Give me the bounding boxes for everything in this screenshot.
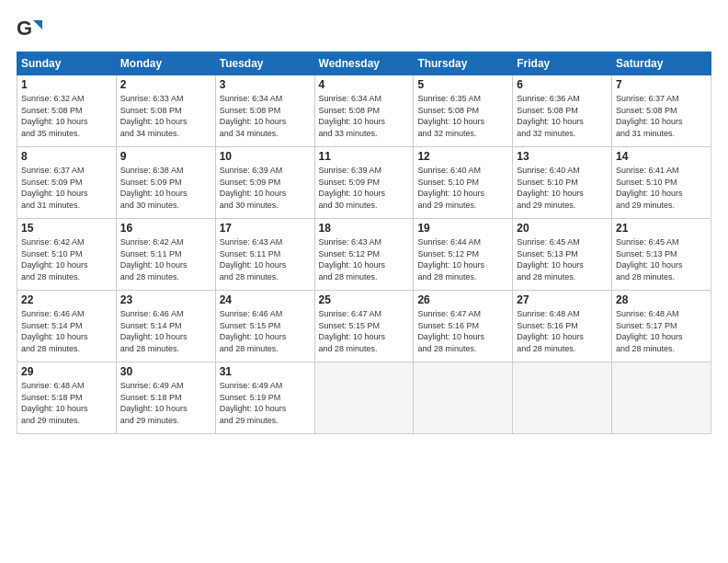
day-info: Sunrise: 6:48 AM Sunset: 5:16 PM Dayligh…: [517, 308, 608, 354]
day-info: Sunrise: 6:46 AM Sunset: 5:15 PM Dayligh…: [220, 308, 311, 354]
day-cell: 2Sunrise: 6:33 AM Sunset: 5:08 PM Daylig…: [116, 75, 215, 147]
day-cell: 17Sunrise: 6:43 AM Sunset: 5:11 PM Dayli…: [215, 219, 314, 291]
week-row-2: 8Sunrise: 6:37 AM Sunset: 5:09 PM Daylig…: [17, 147, 711, 219]
day-cell: 24Sunrise: 6:46 AM Sunset: 5:15 PM Dayli…: [215, 291, 314, 362]
day-number: 24: [220, 293, 311, 306]
day-cell: 23Sunrise: 6:46 AM Sunset: 5:14 PM Dayli…: [116, 291, 215, 362]
week-row-4: 22Sunrise: 6:46 AM Sunset: 5:14 PM Dayli…: [17, 291, 711, 362]
day-cell: 31Sunrise: 6:49 AM Sunset: 5:19 PM Dayli…: [215, 362, 314, 434]
day-cell: 18Sunrise: 6:43 AM Sunset: 5:12 PM Dayli…: [314, 219, 414, 291]
day-cell: 15Sunrise: 6:42 AM Sunset: 5:10 PM Dayli…: [17, 219, 117, 291]
day-info: Sunrise: 6:37 AM Sunset: 5:09 PM Dayligh…: [21, 165, 112, 211]
day-number: 29: [21, 365, 112, 378]
day-number: 13: [517, 150, 608, 163]
day-cell: 13Sunrise: 6:40 AM Sunset: 5:10 PM Dayli…: [513, 147, 612, 219]
day-info: Sunrise: 6:49 AM Sunset: 5:19 PM Dayligh…: [220, 380, 311, 426]
day-cell: 26Sunrise: 6:47 AM Sunset: 5:16 PM Dayli…: [414, 291, 513, 362]
day-number: 26: [417, 293, 508, 306]
day-number: 10: [220, 150, 311, 163]
day-number: 7: [616, 78, 707, 91]
day-number: 18: [319, 222, 410, 235]
day-info: Sunrise: 6:40 AM Sunset: 5:10 PM Dayligh…: [517, 165, 608, 211]
day-cell: 30Sunrise: 6:49 AM Sunset: 5:18 PM Dayli…: [116, 362, 215, 434]
day-number: 1: [21, 78, 112, 91]
weekday-friday: Friday: [513, 52, 612, 75]
day-number: 15: [21, 222, 112, 235]
day-cell: 10Sunrise: 6:39 AM Sunset: 5:09 PM Dayli…: [215, 147, 314, 219]
day-cell: 19Sunrise: 6:44 AM Sunset: 5:12 PM Dayli…: [414, 219, 513, 291]
day-cell: 21Sunrise: 6:45 AM Sunset: 5:13 PM Dayli…: [612, 219, 711, 291]
day-number: 11: [319, 150, 410, 163]
day-number: 25: [319, 293, 410, 306]
week-row-3: 15Sunrise: 6:42 AM Sunset: 5:10 PM Dayli…: [17, 219, 711, 291]
day-cell: 9Sunrise: 6:38 AM Sunset: 5:09 PM Daylig…: [116, 147, 215, 219]
day-number: 5: [417, 78, 508, 91]
day-number: 31: [220, 365, 311, 378]
svg-marker-1: [33, 20, 42, 29]
day-cell: 11Sunrise: 6:39 AM Sunset: 5:09 PM Dayli…: [314, 147, 414, 219]
day-number: 16: [120, 222, 211, 235]
day-cell: 29Sunrise: 6:48 AM Sunset: 5:18 PM Dayli…: [17, 362, 117, 434]
day-cell: [513, 362, 612, 434]
day-number: 8: [21, 150, 112, 163]
calendar-page: G SundayMondayTuesdayWednesdayThursdayFr…: [0, 0, 728, 563]
day-number: 20: [517, 222, 608, 235]
day-info: Sunrise: 6:32 AM Sunset: 5:08 PM Dayligh…: [21, 93, 112, 139]
day-cell: 16Sunrise: 6:42 AM Sunset: 5:11 PM Dayli…: [116, 219, 215, 291]
day-info: Sunrise: 6:48 AM Sunset: 5:18 PM Dayligh…: [21, 380, 112, 426]
day-number: 22: [21, 293, 112, 306]
day-info: Sunrise: 6:33 AM Sunset: 5:08 PM Dayligh…: [120, 93, 211, 139]
day-info: Sunrise: 6:34 AM Sunset: 5:08 PM Dayligh…: [220, 93, 311, 139]
weekday-tuesday: Tuesday: [215, 52, 314, 75]
day-info: Sunrise: 6:40 AM Sunset: 5:10 PM Dayligh…: [417, 165, 508, 211]
day-number: 2: [120, 78, 211, 91]
day-number: 19: [417, 222, 508, 235]
day-number: 28: [616, 293, 707, 306]
day-info: Sunrise: 6:49 AM Sunset: 5:18 PM Dayligh…: [120, 380, 211, 426]
day-number: 6: [517, 78, 608, 91]
day-cell: 7Sunrise: 6:37 AM Sunset: 5:08 PM Daylig…: [612, 75, 711, 147]
day-info: Sunrise: 6:35 AM Sunset: 5:08 PM Dayligh…: [417, 93, 508, 139]
weekday-monday: Monday: [116, 52, 215, 75]
day-cell: 1Sunrise: 6:32 AM Sunset: 5:08 PM Daylig…: [17, 75, 117, 147]
day-number: 30: [120, 365, 211, 378]
day-info: Sunrise: 6:43 AM Sunset: 5:12 PM Dayligh…: [319, 236, 410, 282]
day-info: Sunrise: 6:45 AM Sunset: 5:13 PM Dayligh…: [616, 236, 707, 282]
day-info: Sunrise: 6:46 AM Sunset: 5:14 PM Dayligh…: [120, 308, 211, 354]
day-number: 4: [319, 78, 410, 91]
weekday-header-row: SundayMondayTuesdayWednesdayThursdayFrid…: [17, 52, 711, 75]
day-number: 9: [120, 150, 211, 163]
day-info: Sunrise: 6:39 AM Sunset: 5:09 PM Dayligh…: [319, 165, 410, 211]
day-info: Sunrise: 6:42 AM Sunset: 5:10 PM Dayligh…: [21, 236, 112, 282]
day-cell: 8Sunrise: 6:37 AM Sunset: 5:09 PM Daylig…: [17, 147, 117, 219]
day-cell: [612, 362, 711, 434]
day-cell: 3Sunrise: 6:34 AM Sunset: 5:08 PM Daylig…: [215, 75, 314, 147]
week-row-1: 1Sunrise: 6:32 AM Sunset: 5:08 PM Daylig…: [17, 75, 711, 147]
day-cell: 14Sunrise: 6:41 AM Sunset: 5:10 PM Dayli…: [612, 147, 711, 219]
day-info: Sunrise: 6:37 AM Sunset: 5:08 PM Dayligh…: [616, 93, 707, 139]
day-info: Sunrise: 6:42 AM Sunset: 5:11 PM Dayligh…: [120, 236, 211, 282]
logo: G: [17, 17, 46, 42]
day-info: Sunrise: 6:41 AM Sunset: 5:10 PM Dayligh…: [616, 165, 707, 211]
day-info: Sunrise: 6:47 AM Sunset: 5:16 PM Dayligh…: [417, 308, 508, 354]
logo-icon: G: [17, 17, 42, 42]
day-number: 14: [616, 150, 707, 163]
day-info: Sunrise: 6:48 AM Sunset: 5:17 PM Dayligh…: [616, 308, 707, 354]
day-cell: 20Sunrise: 6:45 AM Sunset: 5:13 PM Dayli…: [513, 219, 612, 291]
day-info: Sunrise: 6:43 AM Sunset: 5:11 PM Dayligh…: [220, 236, 311, 282]
day-cell: [414, 362, 513, 434]
day-info: Sunrise: 6:47 AM Sunset: 5:15 PM Dayligh…: [319, 308, 410, 354]
day-info: Sunrise: 6:45 AM Sunset: 5:13 PM Dayligh…: [517, 236, 608, 282]
day-info: Sunrise: 6:39 AM Sunset: 5:09 PM Dayligh…: [220, 165, 311, 211]
day-info: Sunrise: 6:36 AM Sunset: 5:08 PM Dayligh…: [517, 93, 608, 139]
day-cell: 4Sunrise: 6:34 AM Sunset: 5:08 PM Daylig…: [314, 75, 414, 147]
day-cell: [314, 362, 414, 434]
header: G: [17, 17, 711, 42]
day-number: 17: [220, 222, 311, 235]
day-number: 21: [616, 222, 707, 235]
calendar-table: SundayMondayTuesdayWednesdayThursdayFrid…: [17, 52, 711, 434]
day-info: Sunrise: 6:38 AM Sunset: 5:09 PM Dayligh…: [120, 165, 211, 211]
day-cell: 12Sunrise: 6:40 AM Sunset: 5:10 PM Dayli…: [414, 147, 513, 219]
week-row-5: 29Sunrise: 6:48 AM Sunset: 5:18 PM Dayli…: [17, 362, 711, 434]
day-number: 12: [417, 150, 508, 163]
